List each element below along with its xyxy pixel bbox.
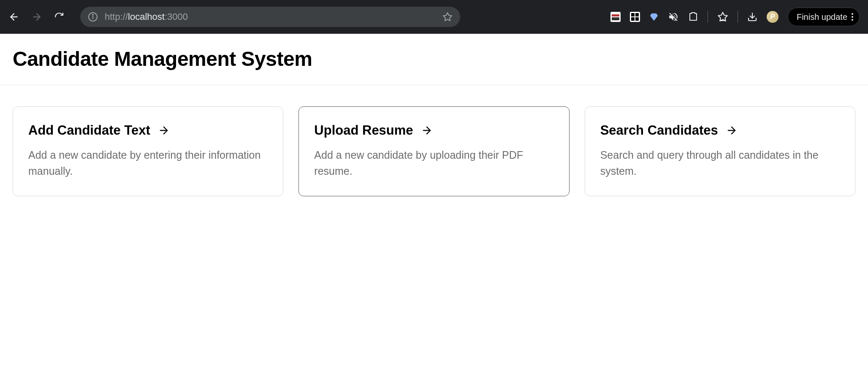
page-title: Candidate Management System	[13, 47, 855, 70]
extension-icon-1[interactable]	[610, 12, 621, 22]
cards-container: Add Candidate Text Add a new candidate b…	[0, 85, 868, 217]
gem-icon[interactable]	[649, 12, 659, 22]
back-button[interactable]	[8, 11, 19, 22]
address-bar[interactable]: http://localhost:3000	[80, 7, 460, 27]
toolbar-separator	[738, 11, 738, 23]
arrow-right-icon	[421, 125, 433, 136]
toolbar-right: P Finish update	[610, 8, 860, 26]
nav-controls	[8, 11, 64, 22]
card-title: Search Candidates	[600, 123, 718, 138]
reload-button[interactable]	[54, 12, 64, 22]
arrow-right-icon	[726, 125, 738, 136]
bookmarks-star-icon[interactable]	[717, 11, 728, 22]
mute-icon[interactable]	[668, 11, 679, 22]
extension-icon-2[interactable]	[630, 12, 640, 22]
forward-button[interactable]	[31, 11, 42, 22]
card-search-candidates[interactable]: Search Candidates Search and query throu…	[585, 106, 855, 196]
page-header: Candidate Management System	[0, 34, 868, 85]
card-add-candidate-text[interactable]: Add Candidate Text Add a new candidate b…	[13, 106, 283, 196]
card-description: Add a new candidate by uploading their P…	[314, 147, 553, 179]
card-header: Search Candidates	[600, 123, 840, 138]
toolbar-separator	[708, 11, 708, 23]
card-description: Search and query through all candidates …	[600, 147, 840, 179]
arrow-right-icon	[158, 125, 170, 136]
extensions-puzzle-icon[interactable]	[688, 12, 698, 22]
site-info-icon[interactable]	[88, 12, 98, 22]
svg-point-4	[92, 14, 93, 15]
svg-marker-5	[443, 13, 452, 21]
bookmark-star-icon[interactable]	[442, 12, 453, 22]
menu-dots-icon	[852, 13, 853, 21]
svg-marker-6	[718, 12, 727, 21]
card-description: Add a new candidate by entering their in…	[28, 147, 268, 179]
finish-update-label: Finish update	[797, 12, 847, 22]
url-port: :3000	[165, 11, 188, 22]
card-title: Upload Resume	[314, 123, 413, 138]
url-display: http://localhost:3000	[105, 11, 436, 22]
card-header: Upload Resume	[314, 123, 553, 138]
card-header: Add Candidate Text	[28, 123, 268, 138]
card-upload-resume[interactable]: Upload Resume Add a new candidate by upl…	[298, 106, 569, 196]
url-protocol: http://	[105, 11, 128, 22]
browser-toolbar: http://localhost:3000	[0, 0, 868, 34]
card-title: Add Candidate Text	[28, 123, 150, 138]
url-host: localhost	[128, 11, 165, 22]
finish-update-button[interactable]: Finish update	[788, 8, 860, 26]
profile-avatar[interactable]: P	[767, 11, 778, 23]
downloads-icon[interactable]	[747, 12, 757, 22]
